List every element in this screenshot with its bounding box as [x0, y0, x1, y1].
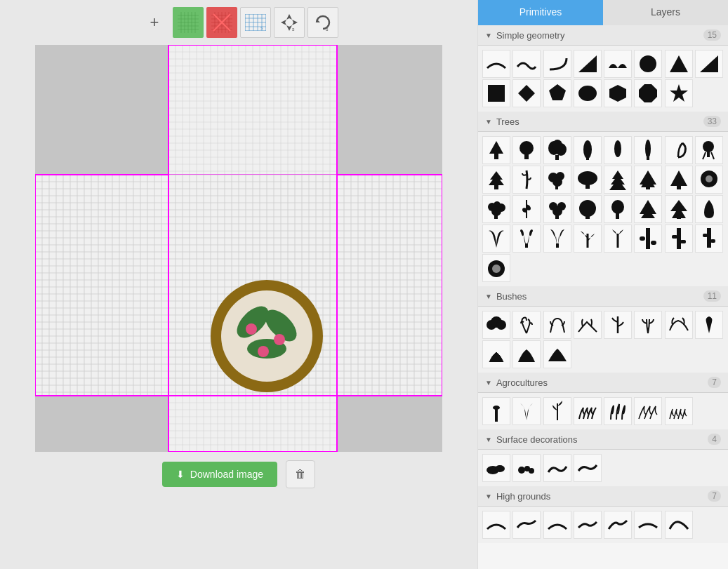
tree-2[interactable]	[512, 136, 541, 164]
tree-10[interactable]	[512, 166, 541, 194]
tree-25[interactable]	[482, 225, 510, 253]
prim-right-triangle2[interactable]	[695, 50, 723, 78]
tree-30[interactable]	[634, 225, 662, 253]
agro-5[interactable]	[604, 397, 632, 425]
prim-octagon[interactable]	[634, 79, 662, 107]
bush-4[interactable]	[574, 311, 602, 339]
section-bushes-header[interactable]: ▼ Bushes 11	[478, 286, 728, 307]
bush-10[interactable]	[512, 340, 541, 368]
section-high-grounds-header[interactable]: ▼ High grounds 7	[478, 486, 728, 507]
tree-19[interactable]	[543, 195, 571, 223]
download-button[interactable]: ⬇ Download image	[162, 462, 277, 487]
delete-button[interactable]: 🗑	[286, 460, 315, 488]
prim-rounded-hex[interactable]	[574, 79, 602, 107]
prim-pentagon[interactable]	[543, 79, 571, 107]
tree-11[interactable]	[543, 166, 571, 194]
prim-square[interactable]	[482, 79, 510, 107]
bush-7[interactable]	[665, 311, 693, 339]
prim-diamond[interactable]	[512, 79, 541, 107]
svg-rect-90	[616, 213, 619, 219]
agro-6[interactable]	[634, 397, 662, 425]
section-simple-geometry-header[interactable]: ▼ Simple geometry 15	[478, 25, 728, 46]
tree-15[interactable]	[665, 166, 693, 194]
tree-32[interactable]	[695, 225, 723, 253]
prim-curve3[interactable]	[543, 50, 571, 78]
agro-7[interactable]	[665, 397, 693, 425]
tree-6[interactable]	[634, 136, 662, 164]
tree-9[interactable]	[482, 166, 510, 194]
surface-4[interactable]	[574, 454, 602, 482]
tree-22[interactable]	[634, 195, 662, 223]
tree-3[interactable]	[543, 136, 571, 164]
bush-8[interactable]	[695, 311, 723, 339]
tree-8[interactable]	[695, 136, 723, 164]
bush-6[interactable]	[634, 311, 662, 339]
surface-3[interactable]	[543, 454, 571, 482]
prim-curve1[interactable]	[482, 50, 510, 78]
tab-layers[interactable]: Layers	[603, 0, 728, 25]
red-cross-button[interactable]	[206, 7, 237, 38]
section-surface-decorations-header[interactable]: ▼ Surface decorations 4	[478, 429, 728, 450]
surface-1[interactable]	[482, 454, 510, 482]
trash-icon: 🗑	[295, 468, 306, 480]
tree-20[interactable]	[574, 195, 602, 223]
tree-29[interactable]	[604, 225, 632, 253]
hg-2[interactable]	[512, 511, 541, 539]
hg-6[interactable]	[634, 511, 662, 539]
prim-triangle[interactable]	[665, 50, 693, 78]
bush-9[interactable]	[482, 340, 510, 368]
tree-24[interactable]	[695, 195, 723, 223]
tree-26[interactable]	[512, 225, 541, 253]
tree-14[interactable]	[634, 166, 662, 194]
tree-23[interactable]	[665, 195, 693, 223]
tree-13[interactable]	[604, 166, 632, 194]
agro-3[interactable]	[543, 397, 571, 425]
agro-2[interactable]	[512, 397, 541, 425]
tree-1[interactable]	[482, 136, 510, 164]
green-grid-button[interactable]	[173, 7, 204, 38]
svg-rect-75	[677, 185, 681, 189]
bush-1[interactable]	[482, 311, 510, 339]
rotate-button[interactable]: s	[307, 7, 338, 38]
move-button[interactable]: s	[274, 7, 305, 38]
tree-28[interactable]	[574, 225, 602, 253]
map-canvas[interactable]	[35, 45, 442, 452]
hg-1[interactable]	[482, 511, 510, 539]
hg-5[interactable]	[604, 511, 632, 539]
tree-27[interactable]	[543, 225, 571, 253]
tree-7[interactable]	[665, 136, 693, 164]
prim-star[interactable]	[665, 79, 693, 107]
svg-marker-48	[670, 84, 688, 102]
tree-31[interactable]	[665, 225, 693, 253]
tree-18[interactable]	[512, 195, 541, 223]
prim-bumps[interactable]	[604, 50, 632, 78]
add-button[interactable]: +	[139, 7, 170, 38]
svg-point-55	[552, 140, 562, 151]
agro-4[interactable]	[574, 397, 602, 425]
tree-4[interactable]	[574, 136, 602, 164]
tree-21[interactable]	[604, 195, 632, 223]
tab-primitives[interactable]: Primitives	[478, 0, 603, 25]
tree-12[interactable]	[574, 166, 602, 194]
prim-right-triangle[interactable]	[574, 50, 602, 78]
blue-grid-button[interactable]: s	[240, 7, 271, 38]
section-trees-header[interactable]: ▼ Trees 33	[478, 112, 728, 132]
primitives-panel[interactable]: ▼ Simple geometry 15	[478, 25, 728, 569]
bush-5[interactable]	[604, 311, 632, 339]
tree-33[interactable]	[482, 254, 510, 282]
agro-1[interactable]	[482, 397, 510, 425]
surface-2[interactable]	[512, 454, 541, 482]
hg-3[interactable]	[543, 511, 571, 539]
tree-5[interactable]	[604, 136, 632, 164]
bush-11[interactable]	[543, 340, 571, 368]
tree-17[interactable]	[482, 195, 510, 223]
prim-circle[interactable]	[634, 50, 662, 78]
bush-2[interactable]	[512, 311, 541, 339]
tree-16[interactable]	[695, 166, 723, 194]
bush-3[interactable]	[543, 311, 571, 339]
hg-4[interactable]	[574, 511, 602, 539]
prim-hexagon[interactable]	[604, 79, 632, 107]
prim-curve2[interactable]	[512, 50, 541, 78]
section-agrocultures-header[interactable]: ▼ Agrocultures 7	[478, 373, 728, 393]
hg-7[interactable]	[665, 511, 693, 539]
